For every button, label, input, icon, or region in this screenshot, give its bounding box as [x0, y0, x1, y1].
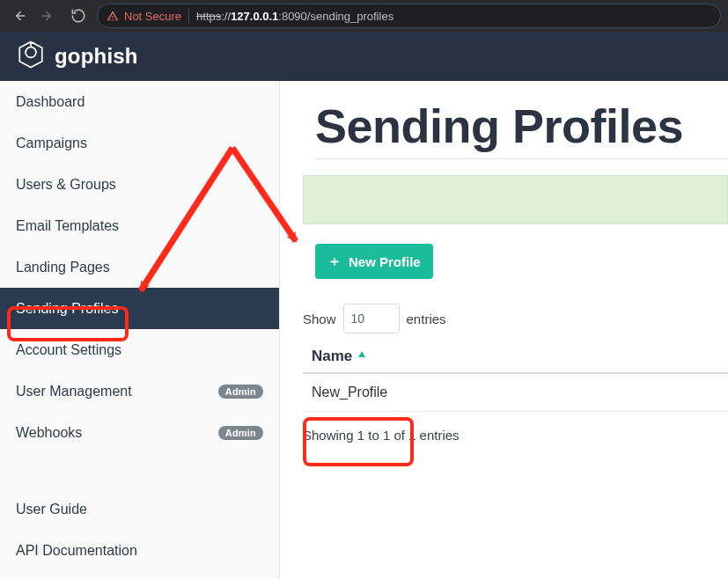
- sidebar-item-user-management[interactable]: User ManagementAdmin: [0, 370, 279, 412]
- plus-icon: ＋: [327, 253, 342, 271]
- url-path: /sending_profiles: [307, 10, 393, 23]
- url-sep: ://: [221, 10, 231, 23]
- sidebar-item-api-documentation[interactable]: API Documentation: [0, 530, 279, 571]
- brand-logo-icon: [16, 40, 46, 73]
- entries-select[interactable]: [343, 304, 400, 333]
- not-secure-warning: Not Secure: [107, 10, 181, 23]
- table-row[interactable]: New_Profile: [303, 373, 728, 412]
- admin-badge: Admin: [218, 385, 263, 399]
- profiles-table: Name New_Profile: [303, 341, 728, 412]
- reload-button[interactable]: [67, 4, 90, 28]
- url-text: https://127.0.0.1:8090/sending_profiles: [196, 10, 393, 23]
- column-header-name[interactable]: Name: [303, 341, 728, 373]
- annotation-box-sidebar-item: [7, 306, 129, 341]
- sidebar-item-label: Dashboard: [16, 94, 85, 110]
- forward-button[interactable]: [37, 4, 60, 28]
- cell-name: New_Profile: [303, 373, 728, 412]
- table-length-controls: Show entries: [303, 304, 728, 333]
- main-content: Sending Profiles ＋ New Profile Show entr…: [280, 81, 728, 579]
- sidebar-item-label: Webhooks: [16, 425, 82, 441]
- entries-label: entries: [407, 311, 446, 326]
- sidebar-item-users-groups[interactable]: Users & Groups: [0, 164, 279, 205]
- sidebar-item-campaigns[interactable]: Campaigns: [0, 122, 279, 164]
- sidebar-item-webhooks[interactable]: WebhooksAdmin: [0, 412, 279, 453]
- not-secure-text: Not Secure: [124, 10, 181, 23]
- url-host: 127.0.0.1: [231, 10, 278, 23]
- page-title: Sending Profiles: [315, 99, 728, 153]
- address-separator: [188, 9, 189, 23]
- new-profile-button[interactable]: ＋ New Profile: [315, 244, 433, 279]
- show-label: Show: [303, 311, 336, 326]
- browser-chrome: Not Secure https://127.0.0.1:8090/sendin…: [0, 0, 728, 32]
- title-divider: [315, 158, 728, 159]
- sidebar-item-email-templates[interactable]: Email Templates: [0, 205, 279, 246]
- sidebar-item-label: Landing Pages: [16, 260, 110, 275]
- success-banner: [303, 175, 728, 224]
- sidebar-item-landing-pages[interactable]: Landing Pages: [0, 246, 279, 288]
- sidebar-item-label: Account Settings: [16, 342, 121, 358]
- sidebar-item-label: User Guide: [16, 502, 87, 517]
- new-profile-label: New Profile: [349, 254, 421, 269]
- address-bar[interactable]: Not Secure https://127.0.0.1:8090/sendin…: [97, 4, 721, 28]
- sidebar-item-label: API Documentation: [16, 543, 137, 559]
- brand-name: gophish: [55, 44, 138, 69]
- sidebar-item-dashboard[interactable]: Dashboard: [0, 81, 279, 122]
- brand[interactable]: gophish: [16, 40, 138, 73]
- sidebar-item-label: Users & Groups: [16, 177, 116, 193]
- url-scheme: https: [196, 10, 221, 23]
- url-port: :8090: [278, 10, 307, 23]
- sidebar-item-label: Email Templates: [16, 218, 119, 234]
- sidebar-item-user-guide[interactable]: User Guide: [0, 488, 279, 530]
- app-header: gophish: [0, 32, 728, 81]
- sidebar-item-label: Campaigns: [16, 136, 87, 151]
- sidebar-item-label: User Management: [16, 384, 132, 399]
- back-button[interactable]: [7, 4, 30, 28]
- admin-badge: Admin: [218, 426, 263, 440]
- sort-asc-icon: [357, 346, 366, 363]
- table-info: Showing 1 to 1 of 1 entries: [303, 428, 728, 443]
- svg-marker-3: [358, 351, 365, 357]
- column-header-label: Name: [312, 348, 352, 365]
